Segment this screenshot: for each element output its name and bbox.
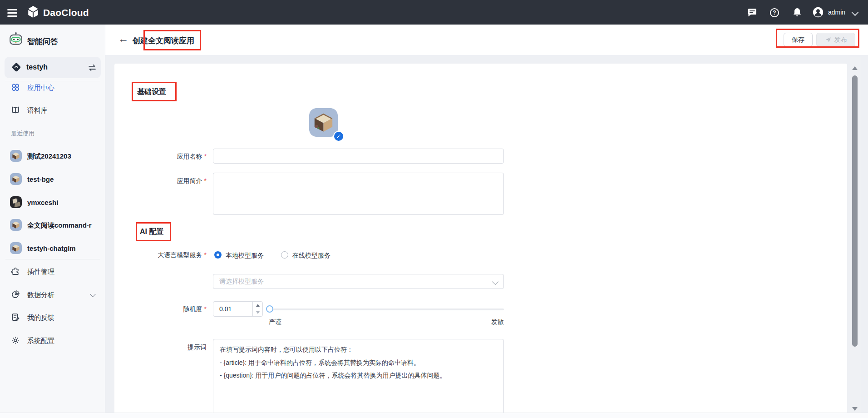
user-menu-chevron-down-icon[interactable] — [852, 9, 859, 16]
topbar: DaoCloud ? admin — [0, 0, 868, 25]
radio-online-model[interactable] — [281, 251, 288, 259]
page-header — [105, 25, 868, 55]
hamburger-menu-icon[interactable] — [7, 7, 18, 17]
radio-local-model[interactable] — [214, 251, 222, 259]
required-mark: * — [204, 153, 207, 160]
scrollbar-up-arrow-icon[interactable] — [852, 66, 858, 70]
horizontal-scrollbar-track[interactable] — [0, 413, 868, 418]
username[interactable]: admin — [828, 9, 845, 16]
feedback-icon — [11, 313, 20, 323]
puzzle-icon — [11, 267, 20, 278]
required-mark: * — [204, 251, 207, 259]
model-select-placeholder: 请选择模型服务 — [219, 278, 264, 286]
app-icon — [10, 173, 22, 185]
stepper-down-icon[interactable] — [253, 309, 262, 316]
sidebar-item-analytics[interactable]: 数据分析 — [27, 291, 54, 299]
required-mark: * — [204, 177, 207, 184]
gear-icon — [11, 336, 20, 347]
brand-name: DaoCloud — [43, 7, 89, 18]
publish-button[interactable]: 发布 — [816, 33, 855, 47]
app-avatar[interactable] — [309, 108, 338, 137]
app-icon — [10, 196, 22, 208]
field-label-app-desc: 应用简介* — [133, 177, 207, 185]
field-label-prompt: 提示词 — [133, 343, 207, 352]
sidebar-item-system-config[interactable]: 系统配置 — [27, 337, 54, 345]
sidebar-recent-app[interactable]: ymxceshi — [27, 199, 58, 206]
section-title-basic: 基础设置 — [137, 87, 166, 97]
app-desc-textarea[interactable] — [213, 173, 504, 215]
back-icon[interactable]: ← — [118, 34, 128, 44]
workspace-logo-icon — [11, 62, 22, 75]
page-title: 创建全文阅读应用 — [133, 35, 194, 46]
slider-max-label: 发散 — [491, 318, 504, 326]
randomness-slider-handle[interactable] — [266, 305, 273, 313]
pie-chart-icon — [11, 290, 20, 301]
svg-text:?: ? — [773, 10, 776, 16]
app-icon — [10, 242, 22, 254]
book-icon — [11, 105, 20, 116]
recent-section-label: 最近使用 — [11, 129, 35, 138]
switch-workspace-icon[interactable] — [87, 63, 97, 75]
workspace-name: testyh — [26, 63, 48, 71]
radio-label-local-model[interactable]: 本地模型服务 — [226, 252, 264, 260]
brand[interactable]: DaoCloud — [27, 5, 89, 20]
divider — [5, 81, 100, 81]
randomness-value: 0.01 — [219, 305, 232, 313]
field-label-llm-service: 大语言模型服务* — [133, 251, 207, 259]
sidebar-recent-app[interactable]: test-bge — [27, 175, 54, 183]
sidebar-item-app-center[interactable]: 应用中心 — [27, 84, 54, 92]
robot-icon — [8, 32, 24, 49]
paper-plane-icon — [825, 36, 832, 43]
radio-label-online-model[interactable]: 在线模型服务 — [292, 252, 330, 260]
message-icon[interactable] — [747, 7, 758, 20]
prompt-textarea[interactable]: 在填写提示词内容时，您可以使用以下占位符： - {article}: 用于命中语… — [213, 339, 504, 418]
field-label-randomness: 随机度* — [133, 305, 207, 314]
sidebar-recent-app[interactable]: 测试20241203 — [27, 152, 71, 161]
daocloud-logo-icon — [27, 5, 39, 20]
app-window: DaoCloud ? admin 智能问答 testyh 应用中心 语料 — [0, 0, 868, 418]
sidebar-recent-app[interactable]: 全文阅读command-r — [27, 221, 92, 230]
save-button[interactable]: 保存 — [784, 33, 813, 47]
apps-icon — [11, 83, 20, 94]
slider-min-label: 严谨 — [269, 318, 281, 326]
divider — [5, 259, 100, 259]
stepper-up-icon[interactable] — [253, 302, 262, 309]
help-icon[interactable]: ? — [769, 7, 780, 20]
app-name-input[interactable] — [213, 149, 504, 164]
stepper-controls — [252, 302, 262, 316]
publish-label: 发布 — [834, 36, 847, 44]
field-label-app-name: 应用名称* — [133, 153, 207, 161]
edit-avatar-icon[interactable] — [333, 131, 344, 142]
section-title-ai: AI 配置 — [140, 227, 163, 237]
module-title: 智能问答 — [27, 36, 58, 47]
randomness-slider-track[interactable] — [269, 309, 504, 310]
sidebar-item-plugins[interactable]: 插件管理 — [27, 268, 54, 276]
required-mark: * — [204, 305, 207, 313]
sidebar-recent-app[interactable]: testyh-chatglm — [27, 244, 76, 252]
app-icon — [10, 150, 22, 162]
sidebar-item-corpus[interactable]: 语料库 — [27, 106, 48, 115]
sidebar-item-feedback[interactable]: 我的反馈 — [27, 314, 54, 322]
avatar[interactable] — [812, 6, 824, 20]
app-icon — [10, 219, 22, 231]
bell-icon[interactable] — [792, 7, 803, 20]
scrollbar-down-arrow-icon[interactable] — [852, 407, 858, 411]
vertical-scrollbar-thumb[interactable] — [852, 75, 858, 347]
